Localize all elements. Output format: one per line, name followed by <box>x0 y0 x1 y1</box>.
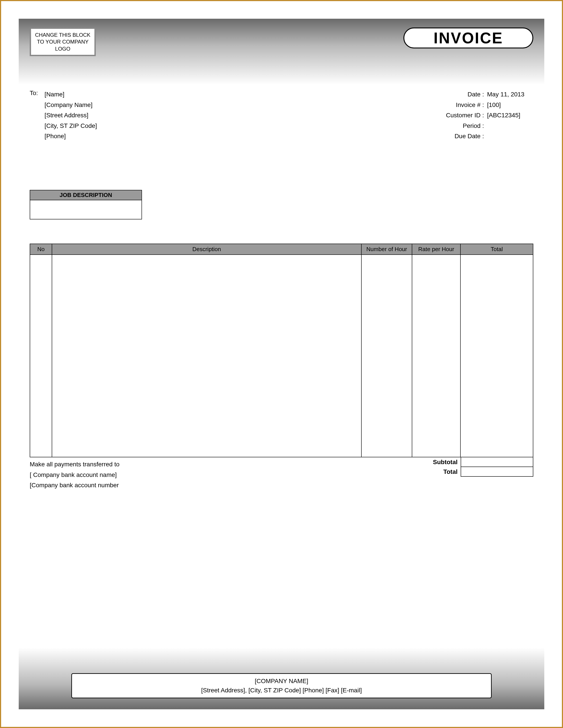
col-no-header: No <box>30 244 52 255</box>
col-num-hour-header: Number of Hour <box>361 244 412 255</box>
items-table: No Description Number of Hour Rate per H… <box>30 244 533 457</box>
meta-date-value: May 11, 2013 <box>487 89 533 100</box>
cell-no <box>30 255 52 457</box>
footer-box: [COMPANY NAME] [Street Address], [City, … <box>71 673 492 698</box>
col-rate-header: Rate per Hour <box>412 244 460 255</box>
meta-invoice-row: Invoice # : [100] <box>440 100 533 110</box>
logo-placeholder-text: CHANGE THIS BLOCK TO YOUR COMPANY LOGO <box>33 31 92 52</box>
header-band: CHANGE THIS BLOCK TO YOUR COMPANY LOGO I… <box>19 19 544 85</box>
job-description-section: JOB DESCRIPTION <box>30 190 533 219</box>
to-street: [Street Address] <box>44 110 97 121</box>
job-description-heading: JOB DESCRIPTION <box>30 190 142 200</box>
total-value <box>461 467 533 477</box>
to-phone: [Phone] <box>44 131 97 142</box>
info-section: To: [Name] [Company Name] [Street Addres… <box>19 85 544 142</box>
to-label: To: <box>30 89 38 142</box>
table-row <box>30 255 533 457</box>
to-city: [City, ST ZIP Code] <box>44 121 97 131</box>
footer-company: [COMPANY NAME] <box>76 677 487 686</box>
items-table-section: No Description Number of Hour Rate per H… <box>30 244 533 477</box>
payment-line-3: [Company bank account number <box>30 480 533 491</box>
meta-due-label: Due Date : <box>440 131 484 142</box>
meta-period-value <box>487 121 533 131</box>
invoice-title-pill: INVOICE <box>403 28 533 48</box>
meta-date-label: Date : <box>440 89 484 100</box>
cell-desc <box>52 255 361 457</box>
job-description-body <box>30 200 142 219</box>
footer-details: [Street Address], [City, ST ZIP Code] [P… <box>76 686 487 695</box>
to-fields: [Name] [Company Name] [Street Address] [… <box>44 89 97 142</box>
meta-customer-label: Customer ID : <box>440 110 484 121</box>
footer-band: [COMPANY NAME] [Street Address], [City, … <box>19 648 544 709</box>
meta-customer-value: [ABC12345] <box>487 110 533 121</box>
page-frame: CHANGE THIS BLOCK TO YOUR COMPANY LOGO I… <box>0 0 563 728</box>
cell-rate <box>412 255 460 457</box>
to-name: [Name] <box>44 89 97 100</box>
col-desc-header: Description <box>52 244 361 255</box>
cell-total <box>460 255 533 457</box>
meta-period-row: Period : <box>440 121 533 131</box>
bill-to-block: To: [Name] [Company Name] [Street Addres… <box>30 89 97 142</box>
meta-customer-row: Customer ID : [ABC12345] <box>440 110 533 121</box>
meta-date-row: Date : May 11, 2013 <box>440 89 533 100</box>
subtotal-value <box>461 457 533 467</box>
meta-due-value <box>487 131 533 142</box>
invoice-page: CHANGE THIS BLOCK TO YOUR COMPANY LOGO I… <box>19 19 544 709</box>
job-description-box: JOB DESCRIPTION <box>30 190 142 219</box>
meta-invoice-value: [100] <box>487 100 533 110</box>
items-header-row: No Description Number of Hour Rate per H… <box>30 244 533 255</box>
cell-num-hour <box>361 255 412 457</box>
to-company: [Company Name] <box>44 100 97 110</box>
logo-placeholder-box: CHANGE THIS BLOCK TO YOUR COMPANY LOGO <box>30 28 96 56</box>
meta-block: Date : May 11, 2013 Invoice # : [100] Cu… <box>440 89 533 142</box>
meta-period-label: Period : <box>440 121 484 131</box>
invoice-title: INVOICE <box>434 29 503 47</box>
col-total-header: Total <box>460 244 533 255</box>
meta-invoice-label: Invoice # : <box>440 100 484 110</box>
meta-due-row: Due Date : <box>440 131 533 142</box>
